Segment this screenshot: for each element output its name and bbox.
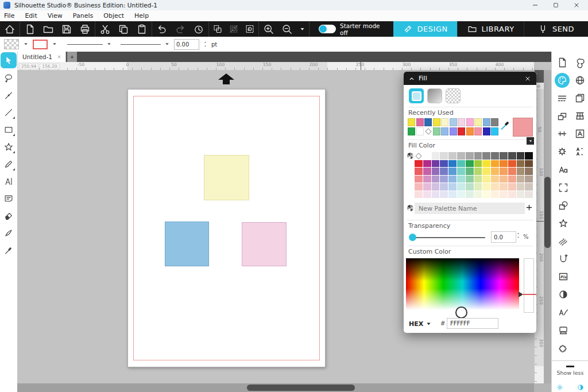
palette-swatch[interactable] <box>423 152 431 160</box>
maximize-button[interactable] <box>552 2 559 9</box>
palette-swatch[interactable] <box>474 168 482 175</box>
tool-line[interactable] <box>1 104 17 121</box>
transparent-swatch[interactable] <box>424 127 432 135</box>
current-fill-color-swatch[interactable] <box>513 118 533 137</box>
recent-color-swatch[interactable] <box>416 127 424 135</box>
palette-swatch[interactable] <box>415 183 423 191</box>
palette-swatch[interactable] <box>525 152 533 160</box>
panel-button-resize[interactable] <box>555 178 572 196</box>
duplicate-selection-icon[interactable] <box>212 24 223 34</box>
panel-button-text-options[interactable] <box>555 161 572 178</box>
recent-color-swatch[interactable] <box>433 118 440 126</box>
tab-design[interactable]: DESIGN <box>393 21 457 37</box>
transparency-slider[interactable] <box>412 237 485 238</box>
recent-color-swatch[interactable] <box>416 118 424 126</box>
panel-button-offset[interactable] <box>554 142 571 160</box>
recent-color-swatch[interactable] <box>466 127 474 135</box>
menu-panels[interactable]: Panels <box>73 12 93 20</box>
tool-sticky-note[interactable] <box>1 190 17 207</box>
copy-icon[interactable] <box>117 24 130 35</box>
save-icon[interactable] <box>60 24 73 35</box>
document-page[interactable] <box>127 89 326 367</box>
panel-button-pixscan[interactable]: Pix <box>555 267 572 285</box>
transparency-stepper[interactable] <box>516 232 520 239</box>
panel-button-line-style[interactable] <box>554 89 571 107</box>
panel-button-text-style[interactable] <box>571 125 588 142</box>
palette-swatch[interactable] <box>500 183 508 191</box>
palette-swatch[interactable] <box>482 191 490 199</box>
menu-help[interactable]: Help <box>134 12 149 20</box>
recent-color-swatch[interactable] <box>491 118 498 126</box>
panel-button-weld[interactable] <box>571 53 588 71</box>
palette-swatch[interactable] <box>482 176 490 183</box>
line-style-dropdown[interactable] <box>67 41 112 47</box>
tool-pencil[interactable] <box>1 156 17 173</box>
palette-swatch[interactable] <box>415 176 423 183</box>
tool-polygon[interactable] <box>1 138 17 156</box>
tool-eyedropper[interactable] <box>1 242 17 259</box>
show-less-handle[interactable] <box>566 366 574 367</box>
palette-swatch[interactable] <box>440 191 448 199</box>
palette-swatch[interactable] <box>508 168 516 175</box>
recent-color-swatch[interactable] <box>458 127 465 135</box>
recent-color-swatch[interactable] <box>474 127 482 135</box>
redo-icon[interactable] <box>174 24 187 35</box>
palette-swatch[interactable] <box>423 191 431 199</box>
panel-button-sketch[interactable] <box>555 232 572 250</box>
palette-swatch[interactable] <box>423 176 431 183</box>
menu-object[interactable]: Object <box>103 12 124 20</box>
brightness-slider[interactable] <box>524 258 534 313</box>
palette-swatch[interactable] <box>448 160 457 168</box>
color-wheel-icon[interactable] <box>407 153 413 159</box>
palette-swatch[interactable] <box>500 176 508 183</box>
pattern-fill-tab[interactable] <box>446 88 461 103</box>
palette-swatch[interactable] <box>466 183 474 191</box>
collapse-panel-icon[interactable] <box>408 75 415 82</box>
palette-swatch[interactable] <box>466 191 474 199</box>
palette-swatch[interactable] <box>457 160 465 168</box>
palette-swatch[interactable] <box>482 168 490 175</box>
add-palette-icon[interactable] <box>525 203 533 212</box>
palette-swatch[interactable] <box>432 176 440 183</box>
palette-swatch[interactable] <box>500 191 508 199</box>
palette-swatch[interactable] <box>474 183 482 191</box>
stroke-width-stepper[interactable] <box>203 41 207 48</box>
palette-swatch[interactable] <box>457 183 465 191</box>
line-weight-dropdown[interactable] <box>121 41 170 47</box>
print-icon[interactable] <box>79 24 91 35</box>
paste-icon[interactable] <box>136 24 148 35</box>
tool-select[interactable] <box>1 52 17 68</box>
palette-swatch[interactable] <box>457 152 465 160</box>
replicate-selection-icon[interactable] <box>245 24 255 34</box>
palette-swatch[interactable] <box>525 176 533 183</box>
palette-swatch[interactable] <box>517 191 525 199</box>
tab-send[interactable]: SEND <box>524 21 588 37</box>
new-palette-name-input[interactable] <box>415 203 525 214</box>
recent-color-swatch[interactable] <box>474 118 482 126</box>
palette-swatch[interactable] <box>474 176 482 183</box>
palette-swatch[interactable] <box>500 152 508 160</box>
palette-swatch[interactable] <box>440 152 448 160</box>
panel-button-modify[interactable] <box>555 196 572 214</box>
palette-swatch[interactable] <box>457 176 465 183</box>
line-color-swatch[interactable] <box>33 40 48 49</box>
palette-swatch[interactable] <box>448 183 457 191</box>
palette-swatch[interactable] <box>440 168 448 175</box>
palette-swatch[interactable] <box>474 160 482 168</box>
fill-caret-icon[interactable] <box>23 41 29 47</box>
yellow-square[interactable] <box>204 155 249 200</box>
palette-swatch[interactable] <box>517 183 525 191</box>
zoom-options-caret-icon[interactable] <box>299 24 305 35</box>
horizontal-scroll-thumb[interactable] <box>247 385 355 391</box>
stroke-width-input[interactable] <box>174 39 199 50</box>
panel-button-add-ons[interactable] <box>555 339 572 356</box>
tool-lasso[interactable] <box>1 69 17 87</box>
panel-button-offset-star[interactable] <box>555 214 572 232</box>
palette-swatch[interactable] <box>517 168 525 175</box>
palette-swatch[interactable] <box>466 152 474 160</box>
menu-view[interactable]: View <box>48 12 63 20</box>
recent-color-swatch[interactable] <box>424 118 432 126</box>
tab-library[interactable]: LIBRARY <box>457 21 524 37</box>
palette-swatch[interactable] <box>491 160 499 168</box>
palette-swatch[interactable] <box>482 152 490 160</box>
